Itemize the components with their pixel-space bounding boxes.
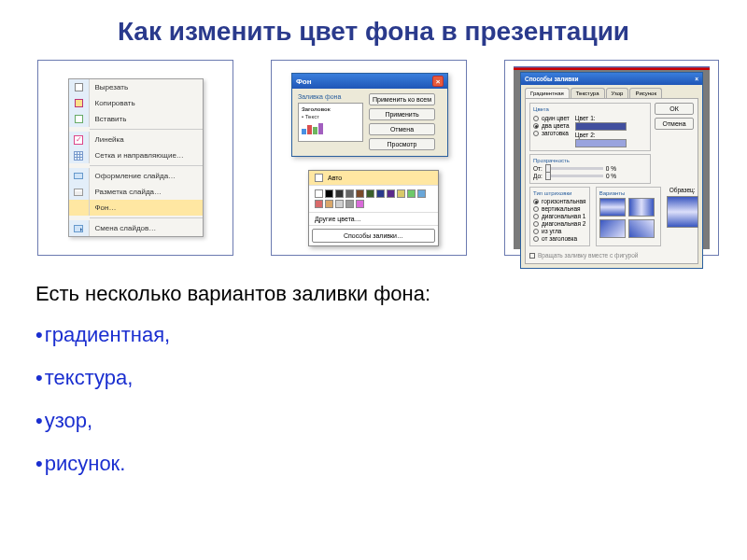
color-dropdown: Авто Другие цвета… Способы заливки… xyxy=(308,170,439,246)
transition-icon xyxy=(74,225,83,232)
color-swatch[interactable] xyxy=(376,189,385,198)
color-swatch[interactable] xyxy=(407,189,416,198)
color-swatch[interactable] xyxy=(387,189,395,198)
grid-icon xyxy=(74,151,83,161)
variant-swatch[interactable] xyxy=(599,219,626,238)
preview-button[interactable]: Просмотр xyxy=(369,138,435,150)
ctx-item-ruler[interactable]: ✓ Линейка xyxy=(69,132,203,147)
tab-градиентная[interactable]: Градиентная xyxy=(525,88,570,98)
color-swatch[interactable] xyxy=(356,189,364,198)
dialog-title: Способы заливки xyxy=(525,76,579,82)
auto-swatch-icon xyxy=(315,174,323,182)
frame-background-dialog: Фон × Заливка фона Заголовок • Текст xyxy=(271,60,467,256)
radio-shading[interactable]: горизонтальная xyxy=(533,198,586,204)
transparency-group: Прозрачность От:0 % До:0 % xyxy=(529,154,651,184)
from-slider[interactable]: От:0 % xyxy=(533,165,647,172)
radio-shading[interactable]: от заголовка xyxy=(533,235,586,242)
background-dialog: Фон × Заливка фона Заголовок • Текст xyxy=(291,73,448,157)
bullet-item: узор, xyxy=(35,409,719,433)
color1-picker[interactable] xyxy=(575,122,627,131)
close-icon[interactable]: × xyxy=(432,76,444,87)
radio-two-colors[interactable]: два цвета xyxy=(533,122,570,129)
cancel-button[interactable]: Отмена xyxy=(369,123,435,135)
color-swatch[interactable] xyxy=(325,200,333,208)
color-swatch[interactable] xyxy=(335,200,344,208)
color-swatch[interactable] xyxy=(397,189,405,198)
bullet-item: градиентная, xyxy=(35,323,719,347)
color-swatch[interactable] xyxy=(335,189,344,198)
color-swatch[interactable] xyxy=(315,200,323,208)
ok-button[interactable]: ОК xyxy=(655,103,694,115)
radio-shading[interactable]: диагональная 2 xyxy=(533,220,586,227)
radio-shading[interactable]: из угла xyxy=(533,228,586,234)
slide-title: Как изменить цвет фона в презентации xyxy=(28,17,719,47)
ctx-item-copy[interactable]: Копировать xyxy=(69,95,203,111)
frame-context-menu: Вырезать Копировать Вставить ✓ Линейка xyxy=(37,60,233,256)
bullet-list: градиентная,текстура,узор,рисунок. xyxy=(35,323,719,476)
color-swatch[interactable] xyxy=(366,189,374,198)
tab-strip: ГрадиентнаяТекстураУзорРисунок xyxy=(521,85,702,98)
color-swatch[interactable] xyxy=(356,200,364,208)
ctx-item-background[interactable]: Фон… xyxy=(69,200,203,216)
cut-icon xyxy=(75,83,83,91)
to-slider[interactable]: До:0 % xyxy=(533,173,647,179)
auto-color-item[interactable]: Авто xyxy=(309,171,438,186)
radio-shading[interactable]: вертикальная xyxy=(533,205,586,212)
color-swatch[interactable] xyxy=(345,200,354,208)
chart-icon xyxy=(302,123,359,134)
rotate-with-shape-checkbox[interactable]: Вращать заливку вместе с фигурой xyxy=(529,252,694,259)
variant-swatch[interactable] xyxy=(628,198,655,217)
radio-shading[interactable]: диагональная 1 xyxy=(533,213,586,219)
cancel-button[interactable]: Отмена xyxy=(655,118,694,130)
frame-fill-effects: Способы заливки × ГрадиентнаяТекстураУзо… xyxy=(504,60,719,256)
tab-текстура[interactable]: Текстура xyxy=(571,88,605,98)
bullet-item: текстура, xyxy=(35,366,719,390)
tab-узор[interactable]: Узор xyxy=(606,88,629,98)
screenshot-row: Вырезать Копировать Вставить ✓ Линейка xyxy=(28,60,719,256)
color2-picker[interactable] xyxy=(575,139,627,147)
apply-all-button[interactable]: Применить ко всем xyxy=(369,93,435,105)
ctx-item-cut[interactable]: Вырезать xyxy=(69,79,203,95)
color-swatch[interactable] xyxy=(325,189,333,198)
variant-swatch[interactable] xyxy=(628,219,655,238)
context-menu: Вырезать Копировать Вставить ✓ Линейка xyxy=(68,78,204,237)
ctx-item-transition[interactable]: Смена слайдов… xyxy=(69,220,203,236)
color-swatch[interactable] xyxy=(417,189,426,198)
radio-preset[interactable]: заготовка xyxy=(533,130,570,136)
color-swatch[interactable] xyxy=(345,189,354,198)
ctx-item-design[interactable]: Оформление слайда… xyxy=(69,168,203,184)
design-icon xyxy=(74,173,83,179)
copy-icon xyxy=(75,99,83,107)
layout-icon xyxy=(74,189,83,196)
radio-one-color[interactable]: один цвет xyxy=(533,115,570,121)
ctx-item-layout[interactable]: Разметка слайда… xyxy=(69,184,203,200)
bullet-item: рисунок. xyxy=(35,452,719,476)
close-icon[interactable]: × xyxy=(695,76,698,82)
variant-swatch[interactable] xyxy=(599,198,626,217)
body-text: Есть несколько вариантов заливки фона: г… xyxy=(28,282,719,476)
lead-text: Есть несколько вариантов заливки фона: xyxy=(35,282,719,306)
fill-effects-dialog: Способы заливки × ГрадиентнаяТекстураУзо… xyxy=(520,72,703,269)
paste-icon xyxy=(75,115,83,123)
apply-button[interactable]: Применить xyxy=(369,108,435,120)
slide: Как изменить цвет фона в презентации Выр… xyxy=(0,0,747,560)
colors-group: Цвета один цвет два цвета заготовка xyxy=(529,103,651,151)
sample-preview xyxy=(667,196,698,228)
more-colors-item[interactable]: Другие цвета… xyxy=(309,213,438,226)
swatch-grid xyxy=(309,186,438,213)
check-icon: ✓ xyxy=(74,135,83,145)
ctx-item-paste[interactable]: Вставить xyxy=(69,111,203,127)
fieldset-legend: Заливка фона xyxy=(298,93,363,100)
fill-effects-item[interactable]: Способы заливки… xyxy=(312,229,435,243)
tab-рисунок[interactable]: Рисунок xyxy=(629,88,662,98)
ctx-item-grid[interactable]: Сетка и направляющие… xyxy=(69,147,203,163)
shading-group: Тип штриховки горизонтальнаявертикальная… xyxy=(529,187,590,246)
dialog-title: Фон xyxy=(296,77,312,86)
color-swatch[interactable] xyxy=(315,189,323,198)
slide-preview: Заголовок • Текст xyxy=(298,103,363,142)
variants-group: Варианты xyxy=(596,187,661,246)
